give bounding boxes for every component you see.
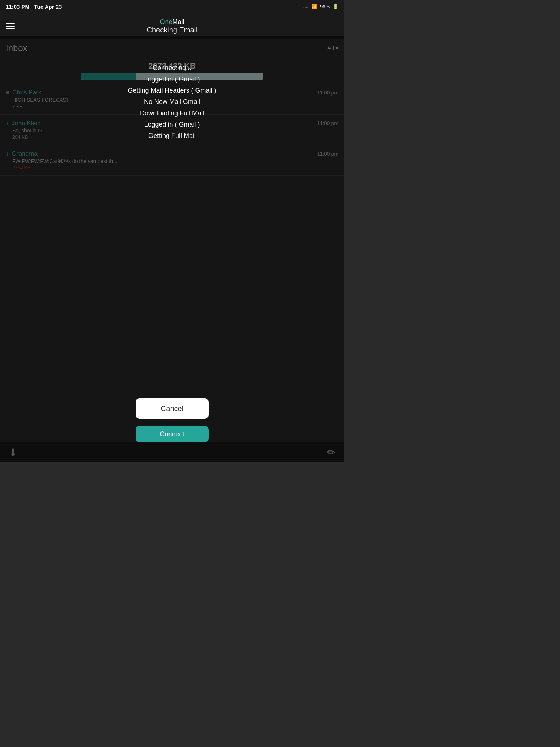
connect-button[interactable]: Connect (136, 426, 209, 442)
header-subtitle: Checking Email (147, 26, 198, 34)
app-name-one: One (160, 18, 172, 26)
status-time: 11:03 PM Tue Apr 23 (6, 4, 62, 10)
connect-container: Connect (136, 426, 209, 442)
signal-icon: ···· (303, 4, 308, 9)
app-name-mail: Mail (172, 18, 184, 26)
cancel-button[interactable]: Cancel (136, 398, 209, 419)
app-header: OneMail Checking Email (0, 13, 344, 39)
menu-button[interactable] (6, 23, 15, 29)
app-name: OneMail (160, 18, 184, 26)
battery-icon: 🔋 (332, 4, 338, 9)
cancel-container: Cancel (136, 398, 209, 419)
time-display: 11:03 PM (6, 4, 30, 10)
battery-display: 96% (320, 4, 330, 9)
date-display: Tue Apr 23 (34, 4, 62, 10)
wifi-icon: 📶 (311, 4, 317, 9)
status-bar: 11:03 PM Tue Apr 23 ···· 📶 96% 🔋 (0, 0, 344, 13)
status-indicators: ···· 📶 96% 🔋 (303, 4, 338, 9)
